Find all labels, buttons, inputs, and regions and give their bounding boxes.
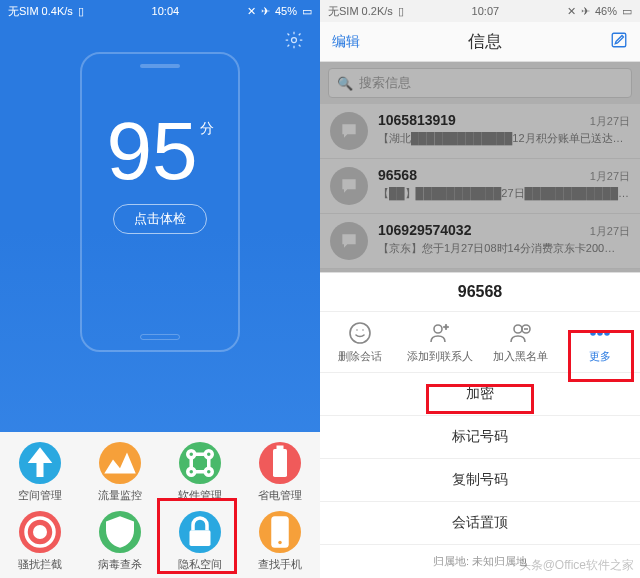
- feature-icon: [19, 511, 61, 553]
- svg-point-0: [292, 38, 297, 43]
- feature-tile[interactable]: 病毒查杀: [80, 511, 160, 572]
- feature-icon: [99, 511, 141, 553]
- action-sheet: 96568 删除会话添加到联系人加入黑名单更多 加密标记号码复制号码会话置顶 归…: [320, 272, 640, 578]
- start-scan-button[interactable]: 点击体检: [113, 204, 207, 234]
- feature-label: 隐私空间: [178, 557, 222, 572]
- feature-icon: [179, 511, 221, 553]
- svg-point-21: [605, 331, 609, 335]
- feature-icon: [179, 442, 221, 484]
- status-time: 10:07: [472, 5, 500, 17]
- action-label: 加入黑名单: [493, 349, 548, 364]
- security-app-screen: 无SIM 0.4K/s▯ 10:04 ✕✈45%▭ 95 分 点击体检 空间管理…: [0, 0, 320, 578]
- sheet-menu-item[interactable]: 加密: [320, 373, 640, 416]
- svg-point-2: [188, 451, 195, 458]
- svg-point-20: [598, 331, 602, 335]
- svg-point-9: [35, 527, 46, 538]
- feature-tile[interactable]: 流量监控: [80, 442, 160, 503]
- action-icon: [427, 320, 453, 346]
- svg-point-17: [514, 325, 522, 333]
- sheet-action[interactable]: 更多: [560, 312, 640, 372]
- sheet-menu: 加密标记号码复制号码会话置顶: [320, 373, 640, 545]
- sheet-menu-item[interactable]: 复制号码: [320, 459, 640, 502]
- svg-rect-1: [37, 463, 44, 477]
- svg-point-4: [188, 468, 195, 475]
- feature-tile[interactable]: 软件管理: [160, 442, 240, 503]
- feature-tile[interactable]: 空间管理: [0, 442, 80, 503]
- security-score: 95 分: [106, 110, 213, 192]
- status-network: 无SIM 0.4K/s: [8, 4, 73, 19]
- action-icon: [587, 320, 613, 346]
- action-label: 删除会话: [338, 349, 382, 364]
- sheet-menu-item[interactable]: 标记号码: [320, 416, 640, 459]
- feature-label: 流量监控: [98, 488, 142, 503]
- sheet-action[interactable]: 加入黑名单: [480, 312, 560, 372]
- svg-point-3: [205, 451, 212, 458]
- status-network: 无SIM 0.2K/s: [328, 4, 393, 19]
- edit-button[interactable]: 编辑: [332, 33, 360, 51]
- feature-icon: [99, 442, 141, 484]
- svg-point-19: [591, 331, 595, 335]
- sheet-actions-row: 删除会话添加到联系人加入黑名单更多: [320, 311, 640, 373]
- watermark: 头条@Office软件之家: [519, 557, 634, 574]
- action-label: 添加到联系人: [407, 349, 473, 364]
- action-icon: [507, 320, 533, 346]
- feature-tile[interactable]: 省电管理: [240, 442, 320, 503]
- sheet-title: 96568: [320, 273, 640, 311]
- messages-header: 编辑 信息: [320, 22, 640, 62]
- page-title: 信息: [468, 30, 502, 53]
- status-battery: 45%: [275, 5, 297, 17]
- sheet-action[interactable]: 添加到联系人: [400, 312, 480, 372]
- feature-icon: [259, 442, 301, 484]
- feature-label: 骚扰拦截: [18, 557, 62, 572]
- svg-point-12: [278, 541, 282, 545]
- device-outline: 95 分 点击体检: [80, 52, 240, 352]
- sheet-menu-item[interactable]: 会话置顶: [320, 502, 640, 545]
- feature-icon: [259, 511, 301, 553]
- messages-app-screen: 无SIM 0.2K/s▯ 10:07 ✕✈46%▭ 编辑 信息 🔍 搜索信息 1…: [320, 0, 640, 578]
- action-icon: [347, 320, 373, 346]
- svg-rect-10: [190, 530, 211, 546]
- feature-label: 病毒查杀: [98, 557, 142, 572]
- feature-icon: [19, 442, 61, 484]
- settings-gear-icon[interactable]: [284, 30, 304, 55]
- feature-label: 空间管理: [18, 488, 62, 503]
- sheet-action[interactable]: 删除会话: [320, 312, 400, 372]
- feature-label: 软件管理: [178, 488, 222, 503]
- feature-label: 省电管理: [258, 488, 302, 503]
- status-time: 10:04: [152, 5, 180, 17]
- feature-tile[interactable]: 骚扰拦截: [0, 511, 80, 572]
- compose-icon[interactable]: [610, 31, 628, 53]
- feature-grid: 空间管理流量监控软件管理省电管理骚扰拦截病毒查杀隐私空间查找手机: [0, 432, 320, 578]
- status-bar: 无SIM 0.2K/s▯ 10:07 ✕✈46%▭: [320, 0, 640, 22]
- status-battery: 46%: [595, 5, 617, 17]
- feature-tile[interactable]: 隐私空间: [160, 511, 240, 572]
- action-label: 更多: [589, 349, 611, 364]
- svg-point-5: [205, 468, 212, 475]
- status-bar: 无SIM 0.4K/s▯ 10:04 ✕✈45%▭: [0, 0, 320, 22]
- feature-tile[interactable]: 查找手机: [240, 511, 320, 572]
- feature-label: 查找手机: [258, 557, 302, 572]
- svg-point-14: [350, 323, 370, 343]
- svg-point-15: [434, 325, 442, 333]
- svg-rect-7: [277, 446, 284, 450]
- svg-rect-6: [273, 449, 287, 477]
